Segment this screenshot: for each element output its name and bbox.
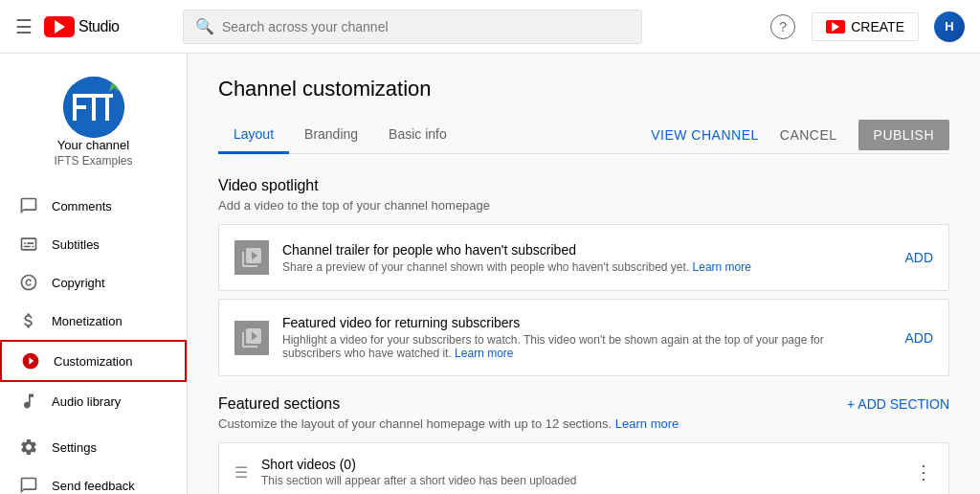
sidebar-copyright-label: Copyright bbox=[52, 276, 105, 290]
channel-info: Your channel IFTS Examples bbox=[0, 61, 187, 179]
featured-sections-header: Featured sections + ADD SECTION bbox=[218, 395, 949, 413]
help-button[interactable]: ? bbox=[769, 13, 796, 40]
top-nav: ☰ Studio 🔍 ? CREATE H bbox=[0, 0, 980, 54]
search-bar[interactable]: 🔍 bbox=[183, 10, 642, 44]
channel-handle: IFTS Examples bbox=[54, 154, 132, 168]
search-input[interactable] bbox=[222, 19, 630, 34]
user-avatar[interactable]: H bbox=[934, 11, 965, 42]
more-options-button[interactable]: ⋮ bbox=[914, 460, 933, 483]
channel-trailer-thumb bbox=[234, 240, 269, 275]
publish-button[interactable]: PUBLISH bbox=[858, 120, 949, 150]
sidebar-comments-label: Comments bbox=[52, 199, 112, 213]
sidebar-item-monetization[interactable]: Monetization bbox=[0, 302, 187, 340]
featured-sections-sub: Customize the layout of your channel hom… bbox=[218, 416, 949, 431]
svg-rect-3 bbox=[73, 105, 86, 109]
sidebar: Your channel IFTS Examples Comments Subt… bbox=[0, 54, 188, 494]
cancel-button[interactable]: CANCEL bbox=[770, 122, 847, 148]
channel-trailer-learn-more[interactable]: Learn more bbox=[693, 260, 751, 274]
avatar-initials: H bbox=[945, 19, 953, 34]
tab-basic-info[interactable]: Basic info bbox=[373, 117, 462, 154]
comments-icon bbox=[19, 196, 38, 215]
featured-video-learn-more[interactable]: Learn more bbox=[455, 347, 513, 360]
view-channel-button[interactable]: VIEW CHANNEL bbox=[651, 127, 759, 143]
copyright-icon bbox=[19, 273, 38, 292]
svg-rect-2 bbox=[73, 94, 90, 98]
video-spotlight-heading: Video spotlight bbox=[218, 177, 949, 194]
add-section-button[interactable]: + ADD SECTION bbox=[847, 396, 949, 412]
help-icon: ? bbox=[770, 14, 795, 39]
svg-rect-7 bbox=[98, 94, 113, 98]
sidebar-item-audio-library[interactable]: Audio library bbox=[0, 382, 187, 420]
settings-icon bbox=[19, 438, 38, 457]
sidebar-send-feedback-label: Send feedback bbox=[52, 479, 135, 493]
studio-label: Studio bbox=[78, 18, 119, 35]
yt-logo-icon bbox=[44, 16, 75, 37]
search-icon: 🔍 bbox=[195, 17, 214, 35]
tabs-row: Layout Branding Basic info VIEW CHANNEL … bbox=[218, 117, 949, 154]
featured-video-title: Featured video for returning subscribers bbox=[282, 315, 883, 330]
featured-sections-title: Featured sections bbox=[218, 395, 340, 413]
channel-trailer-card: Channel trailer for people who haven't s… bbox=[218, 224, 949, 291]
channel-trailer-desc: Share a preview of your channel shown wi… bbox=[282, 260, 883, 274]
channel-avatar[interactable] bbox=[63, 77, 124, 138]
svg-rect-4 bbox=[92, 94, 96, 121]
channel-avatar-logo bbox=[63, 77, 124, 138]
page-title: Channel customization bbox=[218, 77, 949, 101]
create-icon bbox=[826, 20, 845, 34]
channel-trailer-title: Channel trailer for people who haven't s… bbox=[282, 242, 883, 258]
featured-video-add-button[interactable]: ADD bbox=[904, 330, 933, 346]
page-layout: Your channel IFTS Examples Comments Subt… bbox=[0, 0, 980, 494]
section-row-short-videos: ☰ Short videos (0) This section will app… bbox=[218, 442, 949, 494]
short-videos-content: Short videos (0) This section will appea… bbox=[261, 457, 901, 487]
channel-trailer-content: Channel trailer for people who haven't s… bbox=[282, 242, 883, 274]
monetization-icon bbox=[19, 311, 38, 330]
tab-layout[interactable]: Layout bbox=[218, 117, 289, 154]
short-videos-title: Short videos (0) bbox=[261, 457, 901, 472]
featured-video-desc: Highlight a video for your subscribers t… bbox=[282, 333, 883, 360]
channel-trailer-add-button[interactable]: ADD bbox=[904, 250, 933, 265]
tabs: Layout Branding Basic info bbox=[218, 117, 462, 153]
sidebar-item-copyright[interactable]: Copyright bbox=[0, 263, 187, 302]
sidebar-audio-library-label: Audio library bbox=[52, 394, 121, 409]
tab-branding[interactable]: Branding bbox=[289, 117, 373, 154]
sidebar-customization-label: Customization bbox=[54, 354, 132, 369]
sidebar-item-comments[interactable]: Comments bbox=[0, 187, 187, 225]
create-button[interactable]: CREATE bbox=[812, 12, 919, 41]
hamburger-menu[interactable]: ☰ bbox=[15, 15, 33, 38]
yt-play-icon bbox=[55, 20, 65, 34]
sidebar-item-subtitles[interactable]: Subtitles bbox=[0, 225, 187, 263]
send-feedback-icon bbox=[19, 476, 38, 494]
customization-icon bbox=[21, 351, 40, 370]
svg-rect-6 bbox=[105, 94, 109, 121]
tab-actions: VIEW CHANNEL CANCEL PUBLISH bbox=[651, 120, 949, 150]
video-spotlight-subtext: Add a video to the top of your channel h… bbox=[218, 198, 949, 213]
sidebar-item-send-feedback[interactable]: Send feedback bbox=[0, 466, 187, 494]
featured-video-content: Featured video for returning subscribers… bbox=[282, 315, 883, 360]
channel-name: Your channel bbox=[57, 138, 129, 152]
audio-library-icon bbox=[19, 392, 38, 411]
featured-sections-learn-more[interactable]: Learn more bbox=[615, 416, 679, 431]
sidebar-subtitles-label: Subtitles bbox=[52, 237, 100, 252]
sidebar-item-customization[interactable]: Customization bbox=[0, 340, 187, 382]
featured-video-thumb bbox=[234, 321, 269, 355]
short-videos-desc: This section will appear after a short v… bbox=[261, 474, 901, 487]
yt-studio-logo[interactable]: Studio bbox=[44, 16, 119, 37]
sidebar-item-settings[interactable]: Settings bbox=[0, 428, 187, 466]
sidebar-monetization-label: Monetization bbox=[52, 314, 122, 328]
featured-video-card: Featured video for returning subscribers… bbox=[218, 299, 949, 376]
sidebar-settings-label: Settings bbox=[52, 440, 97, 455]
main-content: Channel customization Layout Branding Ba… bbox=[188, 54, 980, 494]
drag-handle-icon[interactable]: ☰ bbox=[234, 463, 248, 482]
create-label: CREATE bbox=[851, 19, 904, 34]
subtitles-icon bbox=[19, 235, 38, 254]
